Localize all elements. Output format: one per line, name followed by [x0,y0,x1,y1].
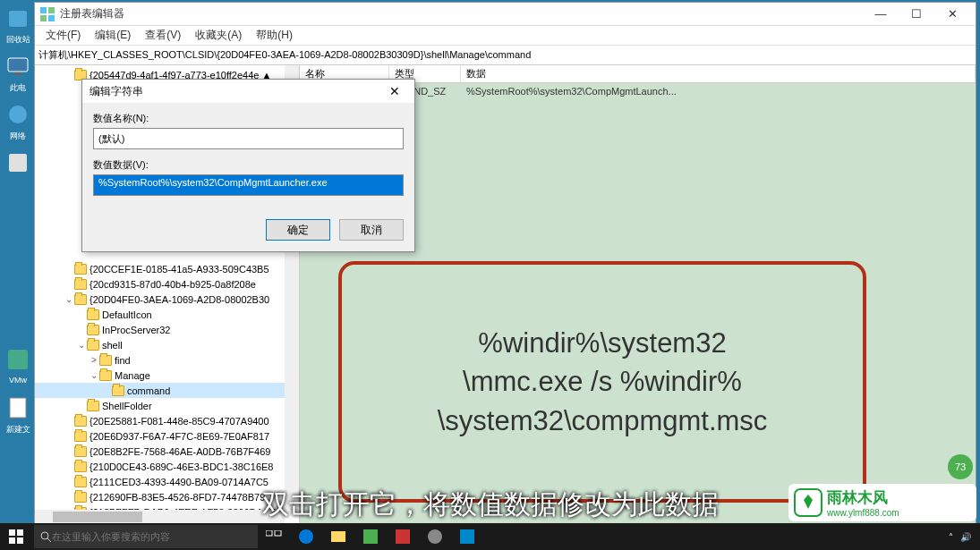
svg-rect-6 [10,398,26,418]
tree-item[interactable]: ⌄Manage [35,368,299,383]
tree-label: shell [102,340,123,351]
tree-item[interactable]: {20cd9315-87d0-40b4-b925-0a8f208e [35,276,299,292]
tree-item[interactable]: ⌄shell [35,337,299,352]
folder-icon [99,355,112,366]
svg-point-3 [9,106,27,123]
folder-icon [74,294,87,305]
tree-item[interactable]: InProcServer32 [35,322,299,337]
tree-label: {20CCEF1E-0185-41a5-A933-509C43B5 [89,264,269,275]
menu-favorites[interactable]: 收藏夹(A) [188,26,249,45]
taskbar-search[interactable] [34,525,258,548]
tree-item[interactable]: {2111CED3-4393-4490-BA09-0714A7C5 [35,474,299,489]
menu-help[interactable]: 帮助(H) [249,26,300,45]
svg-rect-8 [48,7,55,13]
folder-icon [112,385,124,396]
tree-item[interactable]: {20E8B2FE-7568-46AE-A0DB-76B7F469 [35,444,299,459]
svg-rect-17 [266,530,272,536]
tree-item[interactable]: {20E6D937-F6A7-4F7C-8E69-7E0AF817 [35,428,299,444]
expand-icon[interactable]: ⌄ [89,370,99,380]
tree-item[interactable]: >find [35,352,299,368]
menu-file[interactable]: 文件(F) [38,26,88,45]
expand-icon[interactable]: ⌄ [76,340,87,350]
watermark-name: 雨林木风 [827,487,899,508]
folder-icon [74,461,87,472]
dialog-titlebar: 编辑字符串 ✕ [82,80,414,103]
task-view-icon[interactable] [258,523,290,550]
expand-icon[interactable]: ⌄ [64,294,74,304]
maximize-button[interactable]: ☐ [899,4,934,24]
taskbar-app-1[interactable] [290,523,322,550]
value-data-input[interactable]: %SystemRoot%\system32\CompMgmtLauncher.e… [93,174,404,196]
tray-chevron-icon[interactable]: ˄ [945,532,957,542]
svg-rect-11 [9,529,15,536]
folder-icon [74,279,87,290]
svg-rect-0 [9,11,27,27]
menu-edit[interactable]: 编辑(E) [88,26,138,45]
tree-item[interactable]: ShellFolder [35,398,299,413]
desktop-icon-recycle[interactable]: 回收站 [0,4,36,48]
titlebar: 注册表编辑器 — ☐ ✕ [35,3,976,26]
tree-item[interactable]: command [35,383,299,398]
svg-line-16 [47,538,51,542]
svg-point-23 [428,529,442,544]
tree-item[interactable]: {20CCEF1E-0185-41a5-A933-509C43B5 [35,261,299,276]
taskbar-app-3[interactable] [354,523,387,550]
annotation-text: %windir%\system32 \mmc.exe /s %windir% \… [438,324,768,440]
cancel-button[interactable]: 取消 [339,219,404,241]
tree-item[interactable]: DefaultIcon [35,307,299,322]
logo-icon [794,488,822,517]
taskbar-app-2[interactable] [322,523,354,550]
svg-rect-12 [17,529,23,536]
tray-volume-icon[interactable]: 🔊 [957,532,975,542]
desktop-icon-network[interactable]: 网络 [0,100,36,145]
folder-icon [74,416,87,427]
tree-label: {212690FB-83E5-4526-8FD7-74478B79 [89,492,265,503]
tree-label: DefaultIcon [102,309,152,320]
folder-icon [99,370,112,381]
minimize-button[interactable]: — [863,4,899,24]
tree-label: {210D0CE43-689C-46E3-BDC1-38C16E8 [89,461,273,472]
tree-item[interactable]: {212690FB-83E5-4526-8FD7-74478B79 [35,489,299,504]
tree-scrollbar-h[interactable] [35,510,285,524]
value-data-label: 数值数据(V): [93,158,404,172]
system-tray[interactable]: ˄ 🔊 [945,532,980,542]
address-input[interactable] [38,50,972,61]
tree-label: {2111CED3-4393-4490-BA09-0714A7C5 [89,477,268,487]
taskbar-app-5[interactable] [419,523,451,550]
desktop-icons: 回收站 此电 网络 VMw 新建文 [0,0,38,550]
folder-icon [74,264,87,275]
tree-item[interactable]: {210D0CE43-689C-46E3-BDC1-38C16E8 [35,459,299,474]
tree-label: find [115,355,131,366]
svg-rect-5 [8,350,28,369]
svg-rect-14 [17,537,23,544]
menu-view[interactable]: 查看(V) [138,26,188,45]
tree-label: {20D04FE0-3AEA-1069-A2D8-08002B30 [89,294,269,305]
desktop-icon-vmware[interactable]: VMw [0,345,36,390]
taskbar-app-4[interactable] [387,523,419,550]
svg-rect-20 [331,531,345,542]
close-button[interactable]: ✕ [934,4,970,24]
start-button[interactable] [0,523,32,550]
tree-item[interactable]: {20E25881-F081-448e-85C9-4707A9400 [35,413,299,428]
dialog-close-button[interactable]: ✕ [382,84,407,98]
desktop-icon-new[interactable]: 新建文 [0,393,36,438]
svg-rect-21 [363,529,378,544]
annotation-box: %windir%\system32 \mmc.exe /s %windir% \… [338,261,866,503]
search-icon [39,530,52,543]
tree-item[interactable]: ⌄{20D04FE0-3AEA-1069-A2D8-08002B30 [35,292,299,307]
taskbar-app-6[interactable] [451,523,483,550]
folder-icon [87,309,99,320]
col-data[interactable]: 数据 [461,65,976,82]
tree-label: command [127,385,170,396]
ok-button[interactable]: 确定 [266,219,330,241]
tree-label: {20E25881-F081-448e-85C9-4707A9400 [89,416,269,427]
expand-icon[interactable]: > [89,355,99,365]
svg-rect-13 [9,537,15,544]
folder-icon [87,340,99,351]
desktop-icon-pc[interactable]: 此电 [0,52,36,97]
tree-label: Manage [115,370,150,381]
value-name-input[interactable] [93,128,404,149]
regedit-icon [40,7,55,21]
desktop-icon-4[interactable] [0,148,36,193]
search-input[interactable] [52,531,252,542]
